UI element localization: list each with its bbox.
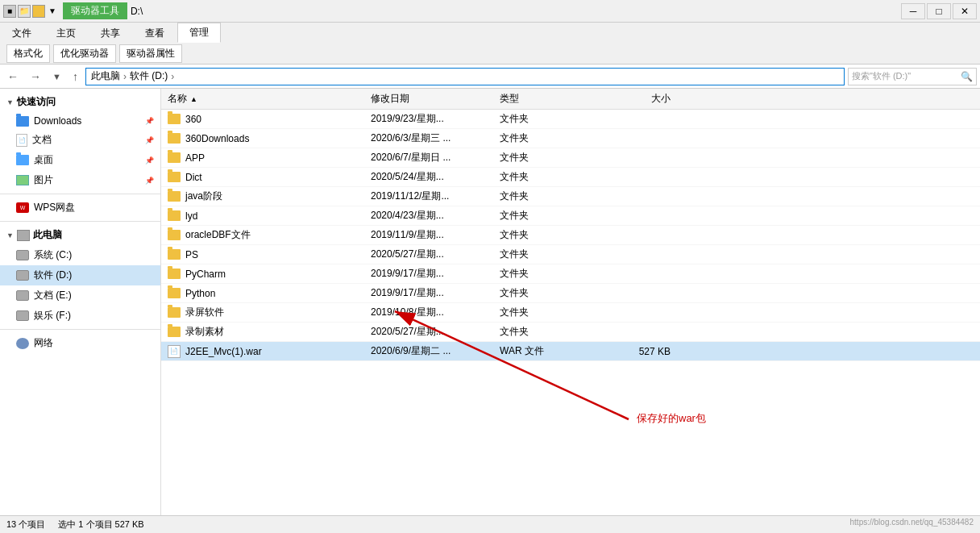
table-row[interactable]: PyCharm 2019/9/17/星期... 文件夹 [161, 264, 980, 284]
search-placeholder: 搜索"软件 (D:)" [852, 70, 911, 82]
minimize-btn[interactable]: ─ [901, 3, 925, 19]
divider-1 [0, 194, 160, 194]
wps-label: WPS网盘 [34, 201, 75, 214]
file-date-12: 2020/6/9/星期二 ... [371, 344, 500, 358]
ribbon-cmd-1[interactable]: 格式化 [6, 44, 50, 63]
back-button[interactable]: ← [3, 69, 23, 85]
sidebar-item-desktop[interactable]: 桌面 📌 [0, 150, 160, 170]
tab-home[interactable]: 主页 [44, 23, 88, 43]
col-header-name[interactable]: 名称 ▲ [161, 92, 371, 106]
file-type-0: 文件夹 [500, 112, 596, 126]
folder-icon-2 [168, 152, 181, 163]
network-icon [16, 338, 29, 349]
file-name-12: 📄 J2EE_Mvc(1).war [161, 345, 371, 358]
downloads-label: Downloads [34, 115, 81, 127]
sidebar-section-this-pc[interactable]: ▼ 此电脑 [0, 225, 160, 245]
file-list: 名称 ▲ 修改日期 类型 大小 360 2019/9/23/星期... 文件夹 … [161, 89, 980, 533]
col-header-date[interactable]: 修改日期 [371, 92, 500, 106]
pin-icon-pictures: 📌 [145, 177, 154, 185]
table-row[interactable]: 录屏软件 2019/10/8/星期... 文件夹 [161, 303, 980, 323]
file-name-2: APP [161, 152, 371, 164]
table-row[interactable]: APP 2020/6/7/星期日 ... 文件夹 [161, 148, 980, 168]
maximize-btn[interactable]: □ [927, 3, 951, 19]
drive-e-icon [16, 290, 29, 301]
sidebar-item-network[interactable]: 网络 [0, 333, 160, 353]
file-list-header: 名称 ▲ 修改日期 类型 大小 [161, 89, 980, 110]
ribbon-tabs: 文件 主页 共享 查看 管理 [0, 23, 980, 43]
divider-2 [0, 221, 160, 222]
search-box[interactable]: 搜索"软件 (D:)" 🔍 [848, 68, 977, 85]
up-button[interactable]: ↑ [69, 69, 82, 85]
wps-icon: W [16, 202, 29, 213]
search-icon: 🔍 [961, 71, 973, 82]
table-row[interactable]: oracleDBF文件 2019/11/9/星期... 文件夹 [161, 226, 980, 245]
this-pc-icon [17, 230, 30, 241]
forward-button[interactable]: → [26, 69, 45, 85]
sidebar-section-quick-access[interactable]: ▼ 快速访问 [0, 92, 160, 112]
pictures-label: 图片 [34, 173, 53, 187]
file-name-6: oracleDBF文件 [161, 228, 371, 242]
ribbon-commands: 格式化 优化驱动器 驱动器属性 [0, 43, 980, 64]
sidebar-item-documents[interactable]: 📄 文档 📌 [0, 130, 160, 150]
sidebar-item-drive-f[interactable]: 娱乐 (F:) [0, 306, 160, 326]
sidebar-item-downloads[interactable]: Downloads 📌 [0, 112, 160, 130]
table-row[interactable]: 360 2019/9/23/星期... 文件夹 [161, 110, 980, 129]
col-header-type[interactable]: 类型 [500, 92, 596, 106]
tab-share[interactable]: 共享 [89, 23, 132, 43]
title-bar: ■ 📁 ▼ 驱动器工具 D:\ ─ □ ✕ [0, 0, 980, 23]
quick-access-arrow: ▼ [6, 98, 14, 106]
file-date-4: 2019/11/12/星期... [371, 189, 500, 203]
ribbon-cmd-3[interactable]: 驱动器属性 [119, 44, 182, 63]
tab-manage[interactable]: 管理 [177, 23, 221, 43]
file-rows-container: 360 2019/9/23/星期... 文件夹 360Downloads 202… [161, 110, 980, 361]
table-row[interactable]: Dict 2020/5/24/星期... 文件夹 [161, 168, 980, 187]
folder-icon-3 [168, 172, 181, 182]
documents-label: 文档 [32, 133, 52, 147]
table-row[interactable]: java阶段 2019/11/12/星期... 文件夹 [161, 187, 980, 206]
tab-file[interactable]: 文件 [0, 23, 44, 43]
file-date-1: 2020/6/3/星期三 ... [371, 131, 500, 145]
ribbon-cmd-2[interactable]: 优化驱动器 [53, 44, 116, 63]
tab-view[interactable]: 查看 [133, 23, 176, 43]
this-pc-label: 此电脑 [33, 228, 62, 242]
drive-c-label: 系统 (C:) [34, 248, 72, 262]
table-row[interactable]: 📄 J2EE_Mvc(1).war 2020/6/9/星期二 ... WAR 文… [161, 342, 980, 361]
col-header-size[interactable]: 大小 [596, 92, 677, 106]
file-type-11: 文件夹 [500, 325, 596, 339]
table-row[interactable]: PS 2020/5/27/星期... 文件夹 [161, 245, 980, 264]
annotation-text: 保存好的war包 [637, 411, 706, 426]
dropdown-nav-button[interactable]: ▼ [48, 70, 65, 83]
file-type-2: 文件夹 [500, 151, 596, 164]
close-btn[interactable]: ✕ [953, 3, 977, 19]
table-row[interactable]: lyd 2020/4/23/星期... 文件夹 [161, 206, 980, 226]
pictures-icon [16, 175, 29, 185]
file-size-12: 527 KB [596, 346, 677, 357]
quick-access-label: 快速访问 [17, 95, 56, 109]
table-row[interactable]: 360Downloads 2020/6/3/星期三 ... 文件夹 [161, 129, 980, 148]
path-computer: 此电脑 [91, 69, 120, 83]
file-name-4: java阶段 [161, 189, 371, 203]
file-type-8: 文件夹 [500, 267, 596, 281]
sidebar-item-drive-e[interactable]: 文档 (E:) [0, 285, 160, 306]
table-row[interactable]: 录制素材 2020/5/27/星期... 文件夹 [161, 323, 980, 342]
desktop-label: 桌面 [34, 153, 53, 167]
documents-icon: 📄 [16, 134, 27, 147]
dropdown-arrow[interactable]: ▼ [48, 6, 56, 15]
folder-icon-6 [168, 230, 181, 240]
path-sep-2: › [171, 71, 174, 82]
address-path[interactable]: 此电脑 › 软件 (D:) › [85, 68, 845, 85]
sidebar-item-wps[interactable]: W WPS网盘 [0, 198, 160, 218]
file-date-8: 2019/9/17/星期... [371, 267, 500, 281]
sidebar-item-drive-d[interactable]: 软件 (D:) [0, 265, 160, 285]
sidebar-item-drive-c[interactable]: 系统 (C:) [0, 245, 160, 265]
folder-icon-4 [168, 191, 181, 202]
sort-arrow-name: ▲ [190, 95, 197, 103]
sidebar-item-pictures[interactable]: 图片 📌 [0, 170, 160, 190]
file-name-8: PyCharm [161, 269, 371, 280]
folder-icon-8 [168, 269, 181, 279]
folder-icon-5 [168, 210, 181, 221]
table-row[interactable]: Python 2019/9/17/星期... 文件夹 [161, 284, 980, 303]
file-type-6: 文件夹 [500, 228, 596, 242]
folder-icon-0 [168, 114, 181, 124]
file-date-11: 2020/5/27/星期... [371, 325, 500, 339]
